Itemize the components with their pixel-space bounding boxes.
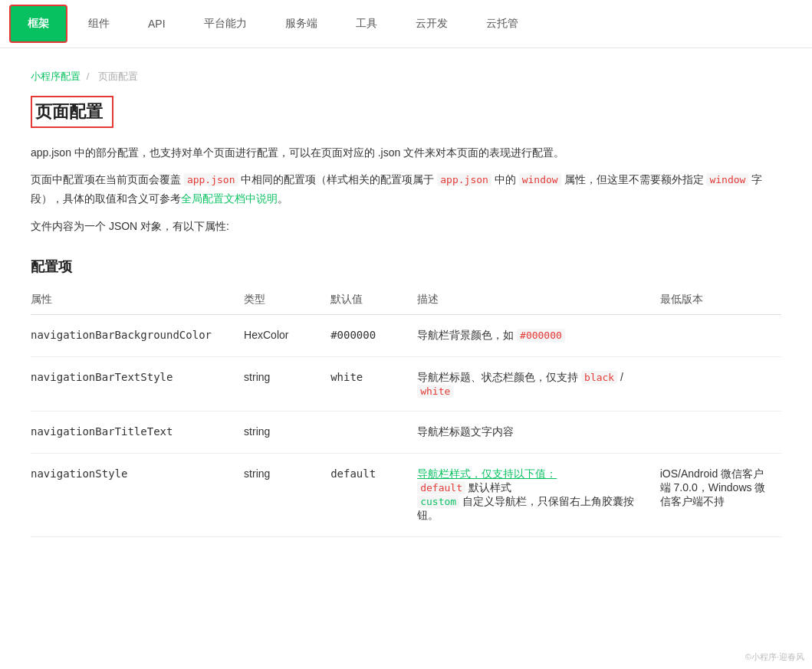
nav-bar: 框架 组件 API 平台能力 服务端 工具 云开发 云托管	[0, 0, 812, 48]
th-type: 类型	[244, 287, 330, 315]
type-nav-style: string	[244, 453, 330, 536]
table-row: navigationBarTextStyle string white 导航栏标…	[31, 356, 781, 411]
nav-item-cloud-host[interactable]: 云托管	[468, 5, 536, 42]
version-nav-text-style	[660, 356, 781, 411]
desc-2: 页面中配置项在当前页面会覆盖 app.json 中相同的配置项（样式相关的配置项…	[31, 170, 781, 208]
nav-style-link[interactable]: 导航栏样式，仅支持以下值：	[417, 467, 557, 480]
breadcrumb-current: 页面配置	[98, 71, 138, 82]
version-nav-title-text	[660, 411, 781, 453]
nav-item-cloud-dev[interactable]: 云开发	[398, 5, 465, 42]
type-nav-bg-color: HexColor	[244, 314, 330, 356]
desc-3: 文件内容为一个 JSON 对象，有以下属性:	[31, 217, 781, 236]
nav-item-tools[interactable]: 工具	[338, 5, 395, 42]
prop-nav-style: navigationStyle	[31, 453, 244, 536]
type-nav-text-style: string	[244, 356, 330, 411]
breadcrumb-parent[interactable]: 小程序配置	[31, 71, 81, 82]
prop-nav-text-style: navigationBarTextStyle	[31, 356, 244, 411]
desc-nav-bg-color: 导航栏背景颜色，如 #000000	[417, 314, 660, 356]
desc-1: app.json 中的部分配置，也支持对单个页面进行配置，可以在页面对应的 .j…	[31, 143, 781, 162]
main-content: 小程序配置 / 页面配置 页面配置 app.json 中的部分配置，也支持对单个…	[0, 48, 812, 559]
desc-nav-text-style: 导航栏标题、状态栏颜色，仅支持 black / white	[417, 356, 660, 411]
th-default: 默认值	[330, 287, 417, 315]
default-nav-title-text	[330, 411, 417, 453]
config-table: 属性 类型 默认值 描述 最低版本 navigationBarBackgroun…	[31, 287, 781, 537]
nav-item-components[interactable]: 组件	[71, 5, 127, 42]
desc-nav-title-text: 导航栏标题文字内容	[417, 411, 660, 453]
th-property: 属性	[31, 287, 244, 315]
nav-item-api[interactable]: API	[130, 6, 183, 41]
th-version: 最低版本	[660, 287, 781, 315]
prop-nav-title-text: navigationBarTitleText	[31, 411, 244, 453]
default-nav-style: default	[330, 453, 417, 536]
page-title-box: 页面配置	[31, 96, 113, 128]
breadcrumb: 小程序配置 / 页面配置	[31, 70, 781, 84]
table-row: navigationBarTitleText string 导航栏标题文字内容	[31, 411, 781, 453]
default-nav-bg-color: #000000	[330, 314, 417, 356]
desc-nav-style: 导航栏样式，仅支持以下值： default 默认样式 custom 自定义导航栏…	[417, 453, 660, 536]
version-nav-bg-color	[660, 314, 781, 356]
th-desc: 描述	[417, 287, 660, 315]
section-title: 配置项	[31, 257, 781, 276]
table-row: navigationBarBackgroundColor HexColor #0…	[31, 314, 781, 356]
version-nav-style: iOS/Android 微信客户端 7.0.0，Windows 微信客户端不持	[660, 453, 781, 536]
nav-item-platform[interactable]: 平台能力	[186, 5, 265, 42]
prop-nav-bg-color: navigationBarBackgroundColor	[31, 314, 244, 356]
page-title: 页面配置	[35, 100, 103, 123]
nav-item-framework[interactable]: 框架	[9, 5, 67, 43]
type-nav-title-text: string	[244, 411, 330, 453]
default-nav-text-style: white	[330, 356, 417, 411]
global-config-link[interactable]: 全局配置文档中说明	[181, 192, 278, 205]
nav-item-server[interactable]: 服务端	[268, 5, 335, 42]
table-row: navigationStyle string default 导航栏样式，仅支持…	[31, 453, 781, 536]
breadcrumb-separator: /	[87, 71, 90, 82]
